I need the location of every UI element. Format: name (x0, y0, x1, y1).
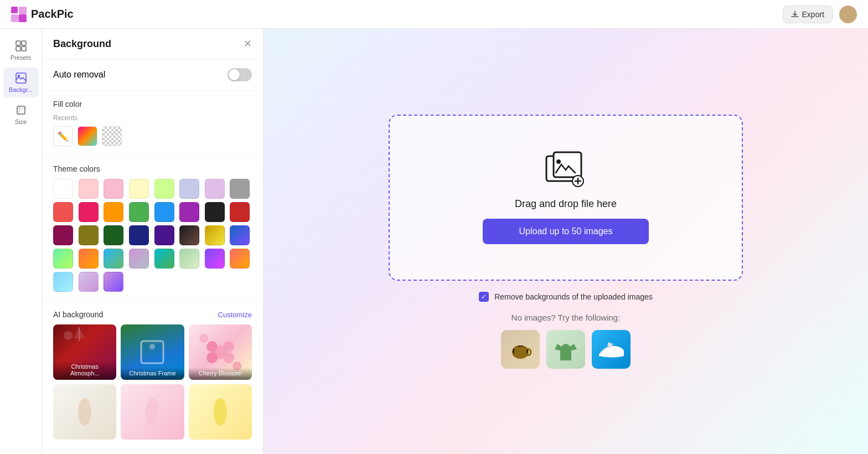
color-orange[interactable] (104, 202, 123, 222)
color-grad4[interactable] (53, 249, 73, 269)
customize-link[interactable]: Customize (218, 311, 252, 319)
svg-rect-10 (17, 106, 25, 114)
auto-removal-toggle[interactable] (228, 68, 252, 81)
auto-removal-row: Auto removal (53, 68, 252, 81)
svg-point-24 (146, 398, 159, 426)
svg-rect-0 (11, 7, 18, 13)
app-header: PackPic Export (0, 0, 868, 29)
grid-icon (15, 40, 27, 52)
color-white[interactable] (53, 179, 73, 199)
sample-image-shirt[interactable] (546, 330, 585, 369)
color-light-green[interactable] (154, 179, 174, 199)
color-green[interactable] (129, 202, 149, 222)
panel-header: Background ✕ (42, 29, 263, 59)
color-dark-pink[interactable] (53, 225, 73, 245)
color-grad10[interactable] (205, 249, 225, 269)
theme-colors-grid (53, 179, 252, 292)
toggle-knob (229, 69, 240, 80)
color-light-purple[interactable] (205, 179, 225, 199)
sidebar-item-presets[interactable]: Presets (3, 35, 39, 65)
svg-point-25 (214, 398, 227, 426)
ai-items-grid-row2 (53, 384, 252, 440)
remove-bg-checkbox[interactable]: ✓ (479, 292, 489, 302)
color-grad7[interactable] (129, 249, 149, 269)
svg-point-23 (78, 398, 91, 426)
fill-color-section: Fill color Recents ✏️ (42, 91, 263, 156)
color-dark-yellow[interactable] (79, 225, 99, 245)
ai-item-2-1[interactable] (53, 384, 116, 440)
color-pink2[interactable] (79, 202, 99, 222)
color-grad3[interactable] (230, 225, 250, 245)
sidebar-item-size[interactable]: Size (3, 100, 39, 130)
svg-rect-3 (19, 14, 27, 22)
color-light-pink[interactable] (79, 179, 99, 199)
icon-bar: Presets Backgr... Size (0, 29, 42, 454)
user-avatar[interactable] (839, 6, 857, 23)
download-icon (791, 11, 799, 18)
color-light-blue[interactable] (179, 179, 199, 199)
color-grad14[interactable] (104, 272, 123, 292)
ai-item-christmas-frame[interactable]: Christmas Frame (121, 324, 184, 380)
ai-item-christmas-atmo[interactable]: Christmas Atmosph... (53, 324, 116, 380)
color-red[interactable] (53, 202, 73, 222)
color-dark-purple[interactable] (154, 225, 174, 245)
ai-background-section: AI background Customize Christmas Atmosp… (42, 301, 263, 449)
color-grad8[interactable] (154, 249, 174, 269)
header-actions: Export (783, 6, 857, 23)
color-grad11[interactable] (230, 249, 250, 269)
sidebar-item-background[interactable]: Backgr... (3, 68, 39, 97)
color-black[interactable] (205, 202, 225, 222)
transparent-swatch[interactable] (102, 126, 122, 146)
theme-colors-section: Theme colors (42, 156, 263, 301)
side-panel: Background ✕ Auto removal Fill color Rec… (42, 29, 264, 454)
svg-point-17 (206, 341, 218, 352)
svg-rect-32 (514, 347, 526, 357)
color-purple[interactable] (179, 202, 199, 222)
sample-image-shoe[interactable] (592, 330, 631, 369)
color-grad9[interactable] (179, 249, 199, 269)
ai-item-2-2[interactable] (121, 384, 184, 440)
auto-removal-section: Auto removal (42, 59, 263, 91)
svg-point-18 (223, 341, 234, 352)
ai-item-cherry-blossom[interactable]: Cherry Blossom (189, 324, 252, 380)
drop-zone[interactable]: Drag and drop file here Upload up to 50 … (389, 115, 743, 281)
color-blue[interactable] (154, 202, 174, 222)
recents-label: Recents (53, 114, 252, 122)
drop-text: Drag and drop file here (515, 198, 617, 210)
sample-image-coffee[interactable] (501, 330, 540, 369)
sample-images (501, 330, 631, 369)
color-dark-red[interactable] (230, 202, 250, 222)
svg-point-11 (64, 331, 73, 340)
color-pink[interactable] (104, 179, 123, 199)
color-dark-green[interactable] (104, 225, 123, 245)
ai-item-2-3[interactable] (189, 384, 252, 440)
app-name: PackPic (31, 8, 74, 20)
color-grad2[interactable] (205, 225, 225, 245)
export-label: Export (802, 10, 824, 19)
close-panel-button[interactable]: ✕ (244, 38, 252, 50)
panel-title: Background (53, 38, 111, 50)
ai-item-label-cherry-blossom: Cherry Blossom (189, 368, 252, 380)
svg-rect-1 (19, 7, 27, 14)
size-label: Size (15, 118, 27, 125)
color-grad5[interactable] (79, 249, 99, 269)
rainbow-swatch[interactable] (78, 126, 97, 146)
app-logo: PackPic (11, 7, 74, 22)
svg-point-15 (149, 344, 155, 349)
svg-rect-4 (16, 41, 20, 45)
export-button[interactable]: Export (783, 6, 833, 23)
color-dark-blue[interactable] (129, 225, 149, 245)
color-grad6[interactable] (104, 249, 123, 269)
ai-bg-header: AI background Customize (53, 310, 252, 319)
size-icon (15, 104, 27, 116)
color-light-yellow[interactable] (129, 179, 149, 199)
ai-item-label-christmas-atmo: Christmas Atmosph... (53, 361, 116, 380)
color-grad12[interactable] (53, 272, 73, 292)
ai-items-grid: Christmas Atmosph... Christmas Frame (53, 324, 252, 380)
pen-swatch[interactable]: ✏️ (53, 126, 73, 146)
color-gray[interactable] (230, 179, 250, 199)
color-grad1[interactable] (179, 225, 199, 245)
color-grad13[interactable] (79, 272, 99, 292)
svg-point-21 (199, 334, 208, 343)
upload-button[interactable]: Upload up to 50 images (483, 219, 649, 244)
